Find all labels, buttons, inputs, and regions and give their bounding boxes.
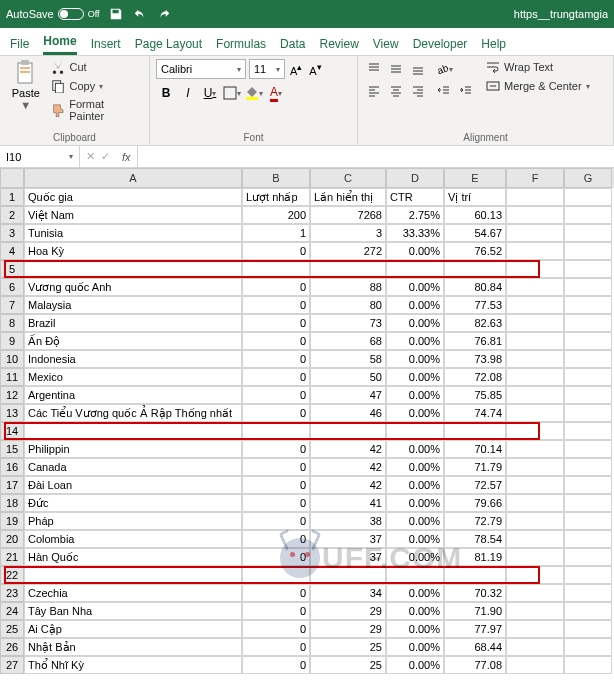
cell[interactable]: 77.53 [444, 296, 506, 314]
cell[interactable]: Czechia [24, 584, 242, 602]
cell[interactable]: 0 [242, 458, 310, 476]
cell[interactable]: 47 [310, 386, 386, 404]
align-middle-icon[interactable] [386, 59, 406, 79]
cell[interactable]: 0 [242, 602, 310, 620]
cell[interactable] [444, 260, 506, 278]
cell[interactable] [506, 242, 564, 260]
cell[interactable]: 0.00% [386, 314, 444, 332]
cell[interactable]: 79.66 [444, 494, 506, 512]
column-header-b[interactable]: B [242, 168, 310, 188]
font-color-button[interactable]: A▾ [266, 83, 286, 103]
paste-button[interactable]: Paste ▼ [6, 59, 45, 123]
cell[interactable] [564, 566, 612, 584]
cell[interactable] [386, 566, 444, 584]
cell[interactable]: 37 [310, 548, 386, 566]
row-header[interactable]: 20 [0, 530, 24, 548]
cell[interactable]: 77.08 [444, 656, 506, 674]
cell[interactable] [506, 260, 564, 278]
cell[interactable]: Vương quốc Anh [24, 278, 242, 296]
cell[interactable] [564, 206, 612, 224]
cell[interactable]: 0 [242, 638, 310, 656]
cell[interactable] [564, 422, 612, 440]
cell[interactable] [564, 242, 612, 260]
cell[interactable]: Đài Loan [24, 476, 242, 494]
cell[interactable]: 80 [310, 296, 386, 314]
cell[interactable] [24, 422, 242, 440]
cell[interactable] [444, 566, 506, 584]
cell[interactable]: Hoa Kỳ [24, 242, 242, 260]
cell[interactable]: Quốc gia [24, 188, 242, 206]
tab-file[interactable]: File [10, 33, 29, 55]
cell[interactable]: Ai Cập [24, 620, 242, 638]
cell[interactable]: 29 [310, 602, 386, 620]
italic-button[interactable]: I [178, 83, 198, 103]
cell[interactable] [564, 476, 612, 494]
cell[interactable]: 0 [242, 440, 310, 458]
align-left-icon[interactable] [364, 81, 384, 101]
cell[interactable]: Argentina [24, 386, 242, 404]
fill-color-button[interactable]: ▾ [244, 83, 264, 103]
row-header[interactable]: 9 [0, 332, 24, 350]
cell[interactable] [564, 368, 612, 386]
cell[interactable] [564, 656, 612, 674]
row-header[interactable]: 13 [0, 404, 24, 422]
cell[interactable]: 0.00% [386, 386, 444, 404]
cell[interactable]: 0.00% [386, 584, 444, 602]
enter-icon[interactable]: ✓ [101, 150, 110, 163]
cell[interactable] [506, 188, 564, 206]
cell[interactable]: Philippin [24, 440, 242, 458]
tab-view[interactable]: View [373, 33, 399, 55]
font-name-dropdown[interactable]: Calibri▾ [156, 59, 246, 79]
cell[interactable]: Mexico [24, 368, 242, 386]
cell[interactable] [564, 224, 612, 242]
cell[interactable]: 42 [310, 440, 386, 458]
cell[interactable]: 0.00% [386, 602, 444, 620]
cell[interactable]: 29 [310, 620, 386, 638]
cell[interactable]: 73 [310, 314, 386, 332]
cell[interactable] [564, 260, 612, 278]
format-painter-button[interactable]: Format Painter [49, 97, 143, 123]
cell[interactable]: 0.00% [386, 350, 444, 368]
cell[interactable]: 0 [242, 404, 310, 422]
cell[interactable]: 0.00% [386, 278, 444, 296]
cell[interactable] [506, 350, 564, 368]
cell[interactable] [506, 476, 564, 494]
cell[interactable]: Canada [24, 458, 242, 476]
cell[interactable]: Tunisia [24, 224, 242, 242]
cell[interactable] [506, 584, 564, 602]
cell[interactable]: 2.75% [386, 206, 444, 224]
cell[interactable]: 76.81 [444, 332, 506, 350]
cell[interactable]: Tây Ban Nha [24, 602, 242, 620]
underline-button[interactable]: U▾ [200, 83, 220, 103]
row-header[interactable]: 7 [0, 296, 24, 314]
cell[interactable]: Lượt nhấp [242, 188, 310, 206]
cell[interactable] [564, 404, 612, 422]
row-header[interactable]: 10 [0, 350, 24, 368]
cell[interactable]: 72.57 [444, 476, 506, 494]
row-header[interactable]: 14 [0, 422, 24, 440]
cell[interactable]: 42 [310, 458, 386, 476]
row-header[interactable]: 22 [0, 566, 24, 584]
cell[interactable]: 0 [242, 494, 310, 512]
cell[interactable] [506, 296, 564, 314]
tab-review[interactable]: Review [319, 33, 358, 55]
cell[interactable] [506, 422, 564, 440]
cell[interactable]: 0 [242, 332, 310, 350]
cell[interactable]: 0 [242, 512, 310, 530]
wrap-text-button[interactable]: Wrap Text [484, 59, 592, 75]
cell[interactable]: 0.00% [386, 512, 444, 530]
cell[interactable]: Hàn Quốc [24, 548, 242, 566]
column-header-c[interactable]: C [310, 168, 386, 188]
cell[interactable] [242, 566, 310, 584]
cell[interactable]: 0 [242, 242, 310, 260]
cell[interactable]: 0 [242, 368, 310, 386]
cell[interactable] [564, 512, 612, 530]
cell[interactable] [24, 260, 242, 278]
cell[interactable]: 75.85 [444, 386, 506, 404]
cell[interactable] [506, 206, 564, 224]
formula-input[interactable] [138, 146, 614, 167]
cell[interactable]: 0 [242, 476, 310, 494]
tab-insert[interactable]: Insert [91, 33, 121, 55]
cell[interactable] [564, 620, 612, 638]
cell[interactable] [386, 422, 444, 440]
